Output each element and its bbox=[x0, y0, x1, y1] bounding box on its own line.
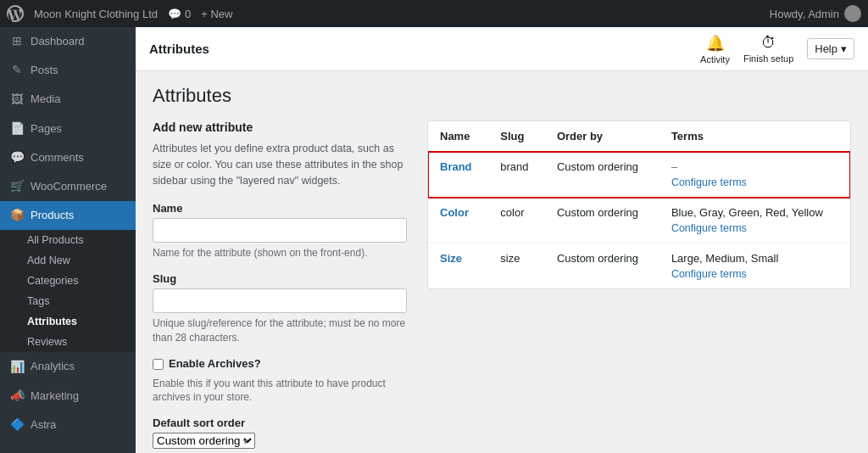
sidebar-label-posts: Posts bbox=[31, 63, 58, 78]
header-actions: 🔔 Activity ⏱ Finish setup Help ▾ bbox=[700, 34, 854, 64]
sidebar-item-comments[interactable]: 💬 Comments bbox=[0, 143, 136, 172]
terms-text-size: Large, Medium, Small bbox=[671, 252, 778, 265]
form-heading: Add new attribute bbox=[153, 120, 407, 134]
marketing-icon: 📣 bbox=[10, 389, 24, 403]
configure-terms-link-brand[interactable]: Configure terms bbox=[671, 176, 838, 188]
table-row: ColorcolorCustom orderingBlue, Gray, Gre… bbox=[428, 198, 850, 243]
terms-text-color: Blue, Gray, Green, Red, Yellow bbox=[671, 206, 823, 219]
name-field: Name Name for the attribute (shown on th… bbox=[153, 202, 407, 260]
enable-archives-checkbox[interactable] bbox=[153, 359, 164, 370]
sidebar-item-posts[interactable]: ✎ Posts bbox=[0, 56, 136, 85]
page-header-title: Attributes bbox=[149, 42, 209, 56]
col-name: Name bbox=[428, 121, 488, 152]
sidebar-label-marketing: Marketing bbox=[31, 389, 79, 404]
pages-icon: 📄 bbox=[10, 122, 24, 136]
terms-text-brand: – bbox=[671, 160, 677, 173]
sort-order-select-wrapper: Custom ordering Name Name (numeric) Term… bbox=[153, 433, 255, 449]
enable-archives-desc: Enable this if you want this attribute t… bbox=[153, 377, 407, 405]
main-content: Attributes 🔔 Activity ⏱ Finish setup Hel… bbox=[136, 27, 868, 453]
submenu-reviews[interactable]: Reviews bbox=[0, 332, 136, 352]
sidebar-label-astra: Astra bbox=[31, 417, 56, 433]
attribute-slug-color: color bbox=[488, 198, 545, 243]
astra-icon: 🔷 bbox=[10, 418, 24, 432]
attribute-name-link-color[interactable]: Color bbox=[440, 206, 469, 219]
page-title: Attributes bbox=[153, 85, 851, 107]
table-row: SizesizeCustom orderingLarge, Medium, Sm… bbox=[428, 243, 850, 289]
analytics-icon: 📊 bbox=[10, 360, 24, 373]
bubble-icon: 💬 bbox=[168, 8, 181, 20]
name-hint: Name for the attribute (shown on the fro… bbox=[153, 246, 407, 260]
configure-terms-link-color[interactable]: Configure terms bbox=[671, 222, 838, 234]
finish-setup-icon: ⏱ bbox=[761, 34, 776, 52]
activity-button[interactable]: 🔔 Activity bbox=[700, 34, 730, 64]
attributes-table-wrap: Name Slug Order by Terms BrandbrandCusto… bbox=[427, 120, 851, 289]
user-info: Howdy, Admin bbox=[770, 5, 861, 22]
avatar bbox=[844, 5, 861, 22]
admin-bar: Moon Knight Clothing Ltd 💬 0 + New Howdy… bbox=[0, 0, 868, 27]
sidebar-label-products: Products bbox=[31, 208, 74, 223]
name-input[interactable] bbox=[153, 218, 407, 243]
sidebar-label-woocommerce: WooCommerce bbox=[31, 179, 107, 194]
sidebar-item-products[interactable]: 📦 Products bbox=[0, 201, 136, 230]
attribute-order-color: Custom ordering bbox=[545, 198, 659, 243]
page-header: Attributes 🔔 Activity ⏱ Finish setup Hel… bbox=[136, 27, 868, 71]
media-icon: 🖼 bbox=[10, 92, 24, 106]
products-submenu: All Products Add New Categories Tags Att… bbox=[0, 230, 136, 352]
page-wrap: Attributes Add new attribute Attributes … bbox=[136, 71, 868, 453]
new-content-link[interactable]: + New bbox=[201, 8, 232, 20]
table-row: BrandbrandCustom ordering–Configure term… bbox=[428, 152, 850, 198]
dashboard-icon: ⊞ bbox=[10, 35, 24, 48]
col-slug: Slug bbox=[488, 121, 545, 152]
attribute-name-link-size[interactable]: Size bbox=[440, 252, 462, 265]
chevron-down-icon: ▾ bbox=[841, 42, 847, 55]
sidebar-label-comments: Comments bbox=[31, 150, 84, 165]
attribute-order-brand: Custom ordering bbox=[545, 152, 659, 198]
form-description: Attributes let you define extra product … bbox=[153, 141, 407, 188]
sort-order-field: Default sort order Custom ordering Name … bbox=[153, 417, 407, 449]
slug-input[interactable] bbox=[153, 288, 407, 313]
sort-order-label: Default sort order bbox=[153, 417, 407, 429]
submenu-attributes[interactable]: Attributes bbox=[0, 311, 136, 332]
comments-link[interactable]: 💬 0 bbox=[168, 8, 191, 20]
attribute-slug-brand: brand bbox=[488, 152, 545, 198]
slug-field: Slug Unique slug/reference for the attri… bbox=[153, 272, 407, 345]
attributes-layout: Add new attribute Attributes let you def… bbox=[153, 120, 851, 453]
sidebar-item-woocommerce[interactable]: 🛒 WooCommerce bbox=[0, 172, 136, 201]
attribute-terms-size: Large, Medium, SmallConfigure terms bbox=[659, 243, 850, 289]
attributes-table: Name Slug Order by Terms BrandbrandCusto… bbox=[428, 121, 850, 288]
table-header-row: Name Slug Order by Terms bbox=[428, 121, 850, 152]
attribute-order-size: Custom ordering bbox=[545, 243, 659, 289]
submenu-add-new[interactable]: Add New bbox=[0, 250, 136, 271]
products-icon: 📦 bbox=[10, 209, 24, 222]
sidebar-item-dashboard[interactable]: ⊞ Dashboard bbox=[0, 27, 136, 56]
sidebar-item-analytics[interactable]: 📊 Analytics bbox=[0, 352, 136, 381]
sidebar-label-pages: Pages bbox=[31, 121, 62, 137]
help-button[interactable]: Help ▾ bbox=[807, 38, 854, 59]
sidebar-label-dashboard: Dashboard bbox=[31, 34, 85, 49]
submenu-tags[interactable]: Tags bbox=[0, 291, 136, 311]
activity-icon: 🔔 bbox=[706, 34, 725, 53]
admin-sidebar: ⊞ Dashboard ✎ Posts 🖼 Media 📄 Pages 💬 Co… bbox=[0, 27, 136, 453]
attribute-terms-color: Blue, Gray, Green, Red, YellowConfigure … bbox=[659, 198, 850, 243]
sidebar-item-marketing[interactable]: 📣 Marketing bbox=[0, 382, 136, 411]
sidebar-item-media[interactable]: 🖼 Media bbox=[0, 85, 136, 114]
sidebar-item-pages[interactable]: 📄 Pages bbox=[0, 115, 136, 143]
add-attribute-form: Add new attribute Attributes let you def… bbox=[153, 120, 407, 453]
finish-setup-button[interactable]: ⏱ Finish setup bbox=[743, 34, 793, 64]
enable-archives-label: Enable Archives? bbox=[169, 357, 261, 370]
attribute-terms-brand: –Configure terms bbox=[659, 152, 850, 198]
enable-archives-row: Enable Archives? bbox=[153, 357, 407, 370]
submenu-all-products[interactable]: All Products bbox=[0, 230, 136, 250]
posts-icon: ✎ bbox=[10, 64, 24, 77]
site-name: Moon Knight Clothing Ltd bbox=[34, 8, 158, 20]
sort-order-select[interactable]: Custom ordering Name Name (numeric) Term… bbox=[153, 433, 255, 449]
configure-terms-link-size[interactable]: Configure terms bbox=[671, 268, 838, 280]
submenu-categories[interactable]: Categories bbox=[0, 271, 136, 291]
col-order-by: Order by bbox=[545, 121, 659, 152]
attribute-name-link-brand[interactable]: Brand bbox=[440, 160, 472, 173]
sidebar-label-media: Media bbox=[31, 92, 60, 107]
sidebar-label-analytics: Analytics bbox=[31, 359, 75, 374]
sidebar-item-astra[interactable]: 🔷 Astra bbox=[0, 411, 136, 439]
wordpress-logo bbox=[7, 5, 24, 22]
col-terms: Terms bbox=[659, 121, 850, 152]
